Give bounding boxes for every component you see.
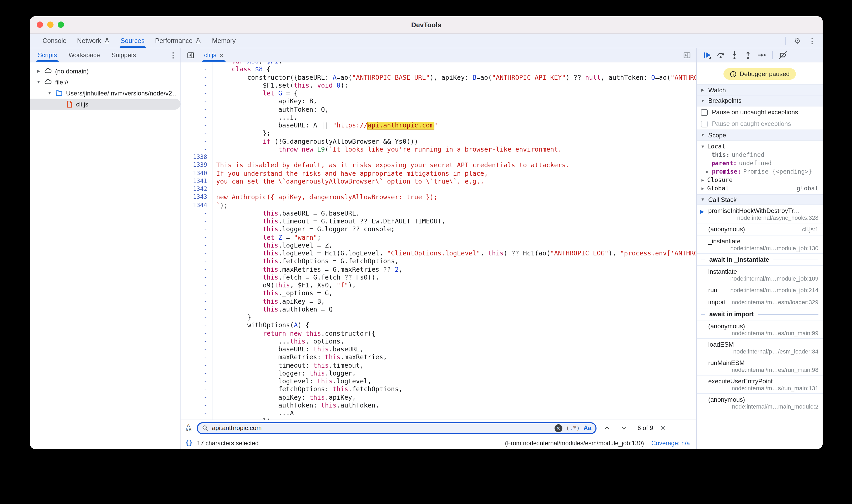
line-number[interactable]: - (181, 274, 207, 282)
scope-group-local[interactable]: ▼Local (697, 142, 823, 150)
line-number[interactable]: - (181, 282, 207, 290)
line-number[interactable]: - (181, 242, 207, 250)
next-match-icon[interactable] (618, 422, 630, 434)
deactivate-breakpoints-button[interactable] (777, 49, 789, 61)
watch-section-header[interactable]: ▶ Watch (697, 85, 823, 95)
line-number[interactable]: - (181, 106, 207, 114)
line-number[interactable]: - (181, 66, 207, 74)
chevron-right-icon[interactable]: ▶ (700, 186, 705, 191)
line-number[interactable]: - (181, 82, 207, 90)
chevron-down-icon[interactable]: ▼ (47, 91, 52, 95)
step-into-button[interactable] (728, 49, 741, 61)
chevron-right-icon[interactable]: ▶ (36, 69, 41, 73)
pretty-print-icon[interactable]: {} (185, 439, 193, 446)
call-stack-section-header[interactable]: ▼ Call Stack (697, 194, 823, 205)
tab-sources[interactable]: Sources (115, 34, 150, 48)
tab-workspace[interactable]: Workspace (63, 48, 106, 62)
chevron-down-icon[interactable]: ▼ (700, 144, 705, 149)
settings-gear-icon[interactable]: ⚙ (791, 34, 804, 47)
line-number[interactable]: - (181, 402, 207, 410)
coverage-link[interactable]: Coverage: n/a (651, 439, 690, 446)
tab-scripts[interactable]: Scripts (32, 48, 63, 62)
chevron-right-icon[interactable]: ▶ (700, 178, 705, 182)
line-number[interactable]: - (181, 62, 207, 66)
line-number[interactable]: - (181, 74, 207, 82)
tree-item-file-[interactable]: ▼file:// (30, 76, 180, 88)
line-number[interactable]: 1338 (181, 154, 207, 162)
line-number[interactable]: - (181, 266, 207, 274)
previous-match-icon[interactable] (601, 422, 613, 434)
call-stack-frame[interactable]: (anonymous)node:internal/m…main_module:2 (697, 394, 823, 412)
line-number[interactable]: - (181, 338, 207, 346)
line-number[interactable]: - (181, 130, 207, 138)
line-number[interactable]: 1341 (181, 178, 207, 186)
tree-item--no-domain-[interactable]: ▶(no domain) (30, 66, 180, 76)
scope-group-closure[interactable]: ▶Closure (697, 176, 823, 184)
line-number[interactable]: - (181, 378, 207, 386)
call-stack-frame[interactable]: (anonymous)cli.js:1 (697, 223, 823, 235)
line-number[interactable]: - (181, 313, 207, 322)
line-number[interactable]: - (181, 250, 207, 258)
line-number[interactable]: - (181, 114, 207, 122)
line-number[interactable]: 1343 (181, 194, 207, 202)
call-stack-frame[interactable]: executeUserEntryPointnode:internal/m…s/r… (697, 376, 823, 394)
line-number[interactable]: - (181, 386, 207, 394)
scope-property-this[interactable]: this: undefined (697, 150, 823, 159)
source-code-editor[interactable]: ------------1338133913401341134213431344… (181, 62, 696, 419)
call-stack-frame[interactable]: instantiatenode:internal/m…module_job:10… (697, 266, 823, 284)
line-number[interactable]: - (181, 98, 207, 106)
line-number[interactable]: - (181, 226, 207, 234)
line-number[interactable]: - (181, 330, 207, 338)
navigator-more-icon[interactable]: ⋮ (167, 49, 179, 61)
call-stack-frame[interactable]: promiseInitHookWithDestroyTr…node:intern… (697, 205, 823, 223)
line-number[interactable]: - (181, 418, 207, 420)
line-number[interactable]: - (181, 354, 207, 362)
scope-group-global[interactable]: ▶Globalglobal (697, 184, 823, 193)
line-number[interactable]: - (181, 410, 207, 418)
line-number[interactable]: 1340 (181, 170, 207, 178)
scope-section-header[interactable]: ▼ Scope (697, 129, 823, 141)
line-number-gutter[interactable]: ------------1338133913401341134213431344… (181, 62, 212, 419)
line-number[interactable]: - (181, 210, 207, 218)
regex-toggle-icon[interactable]: (.*) (566, 425, 580, 431)
call-stack-frame[interactable]: runMainESMnode:internal/m…es/run_main:98 (697, 357, 823, 376)
zoom-window-button[interactable] (58, 21, 64, 28)
open-panel-right-icon[interactable] (680, 49, 693, 61)
line-number[interactable]: - (181, 298, 207, 306)
line-number[interactable]: 1342 (181, 186, 207, 194)
more-options-icon[interactable]: ⋮ (806, 34, 818, 47)
call-stack-frame[interactable]: (anonymous)node:internal/m…es/run_main:9… (697, 321, 823, 339)
line-number[interactable]: - (181, 346, 207, 354)
tab-snippets[interactable]: Snippets (106, 48, 142, 62)
search-input[interactable]: api.anthropic.com ✕ (.*) Aa (197, 422, 597, 434)
line-number[interactable]: - (181, 394, 207, 402)
line-number[interactable]: - (181, 218, 207, 226)
checkbox[interactable] (701, 109, 708, 116)
close-window-button[interactable] (37, 21, 43, 28)
tab-performance[interactable]: Performance (150, 34, 207, 48)
line-number[interactable]: - (181, 370, 207, 378)
minimize-window-button[interactable] (47, 21, 54, 28)
tab-memory[interactable]: Memory (207, 34, 241, 48)
close-search-icon[interactable]: × (660, 423, 665, 433)
editor-tab-clijs[interactable]: cli.js × (199, 48, 229, 62)
collapse-sidebar-icon[interactable] (184, 49, 197, 61)
from-location-link[interactable]: node:internal/modules/esm/module_job:130 (523, 439, 642, 446)
step-out-button[interactable] (742, 49, 755, 61)
tree-item-users-jinhuilee-nvm-versions-node-v2-[interactable]: ▼Users/jinhuilee/.nvm/versions/node/v2… (30, 88, 180, 98)
line-number[interactable]: - (181, 122, 207, 130)
call-stack-frame[interactable]: _instantiatenode:internal/m…module_job:1… (697, 235, 823, 254)
scope-property-parent[interactable]: parent: undefined (697, 159, 823, 167)
close-tab-icon[interactable]: × (219, 51, 224, 59)
breakpoints-section-header[interactable]: ▼ Breakpoints (697, 95, 823, 106)
line-number[interactable]: - (181, 290, 207, 298)
step-over-button[interactable] (714, 49, 727, 61)
call-stack-frame[interactable]: loadESMnode:internal/p…/esm_loader:34 (697, 339, 823, 357)
call-stack-frame[interactable]: importnode:internal/m…esm/loader:329 (697, 296, 823, 308)
tree-item-cli-js[interactable]: cli.js (30, 98, 180, 110)
tab-console[interactable]: Console (37, 34, 72, 48)
breakpoint-option[interactable]: Pause on caught exceptions (697, 118, 823, 129)
call-stack-frame[interactable]: runnode:internal/m…module_job:214 (697, 284, 823, 296)
clear-search-icon[interactable]: ✕ (554, 424, 563, 432)
scope-property-promise[interactable]: ▶promise: Promise {<pending>} (697, 167, 823, 176)
